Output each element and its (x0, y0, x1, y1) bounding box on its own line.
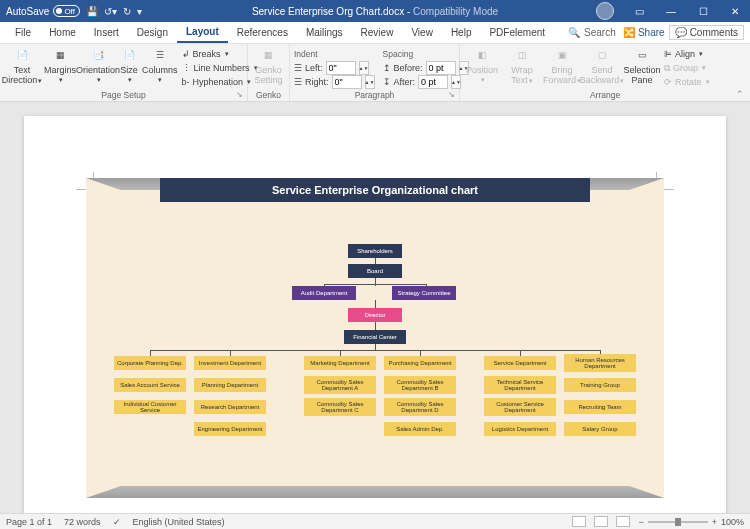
indent-right-field[interactable]: ☰Right:▲▼ (294, 75, 375, 89)
org-node: Commodity Sales Department B (384, 376, 456, 394)
share-button[interactable]: 🔀Share (623, 27, 665, 38)
view-read-icon[interactable] (572, 516, 586, 527)
autosave-label: AutoSave (6, 6, 49, 17)
org-node: Corporate Planning Dep. (114, 356, 186, 370)
autosave-toggle[interactable]: AutoSave Off (6, 5, 80, 17)
ribbon-opts-icon[interactable]: ▭ (624, 0, 654, 22)
qat-more-icon[interactable]: ▾ (137, 6, 142, 17)
tab-view[interactable]: View (402, 22, 442, 43)
selection-pane-button[interactable]: ▭SelectionPane (624, 46, 660, 86)
breaks-icon: ↲ (182, 49, 190, 59)
org-node: Sales Account Service (114, 378, 186, 392)
share-icon: 🔀 (623, 27, 635, 38)
hyphenation-button[interactable]: b-Hyphenation▾ (182, 75, 258, 89)
after-icon: ↧ (383, 77, 391, 87)
user-avatar[interactable] (596, 2, 614, 20)
view-web-icon[interactable] (616, 516, 630, 527)
org-node: Human Resources Department (564, 354, 636, 372)
proofing-icon[interactable]: ✓ (113, 517, 121, 527)
org-node: Marketing Department (304, 356, 376, 370)
hyphen-icon: b- (182, 77, 190, 87)
spacing-after-field[interactable]: ↧After:▲▼ (383, 75, 469, 89)
status-page[interactable]: Page 1 of 1 (6, 517, 52, 527)
comments-icon: 💬 (675, 27, 687, 38)
genko-button: ▦GenkoSetting (252, 46, 285, 86)
status-language[interactable]: English (United States) (133, 517, 225, 527)
minimize-icon[interactable]: — (656, 0, 686, 22)
indent-left-field[interactable]: ☰Left:▲▼ (294, 61, 375, 75)
collapse-ribbon-icon[interactable]: ⌃ (736, 89, 744, 99)
dialog-launcher-paragraph-icon[interactable]: ↘ (448, 90, 455, 100)
org-node: Commodity Sales Department C (304, 398, 376, 416)
group-label-arrange: Arrange (590, 90, 620, 100)
maximize-icon[interactable]: ☐ (688, 0, 718, 22)
view-print-icon[interactable] (594, 516, 608, 527)
tab-review[interactable]: Review (352, 22, 403, 43)
send-backward-button: ▢SendBackward▾ (584, 46, 620, 86)
org-node: Salary Group (564, 422, 636, 436)
org-node: Engineering Department (194, 422, 266, 436)
rotate-button: ⟳Rotate▾ (664, 75, 710, 89)
line-numbers-button[interactable]: ⋮Line Numbers▾ (182, 61, 258, 75)
position-button: ◧Position▾ (464, 46, 500, 84)
org-node: Sales Admin Dep. (384, 422, 456, 436)
search-input[interactable]: 🔍Search (568, 27, 616, 38)
tab-references[interactable]: References (228, 22, 297, 43)
titlebar: AutoSave Off 💾 ↺▾ ↻ ▾ Service Enterprise… (0, 0, 750, 22)
close-icon[interactable]: ✕ (720, 0, 750, 22)
spacing-before-field[interactable]: ↥Before:▲▼ (383, 61, 469, 75)
org-node: Board (348, 264, 402, 278)
indent-header: Indent (294, 47, 375, 61)
dialog-launcher-icon[interactable]: ↘ (236, 90, 243, 100)
tab-insert[interactable]: Insert (85, 22, 128, 43)
tab-design[interactable]: Design (128, 22, 177, 43)
tab-help[interactable]: Help (442, 22, 481, 43)
chart-title: Service Enterprise Organizational chart (160, 178, 590, 202)
comments-button[interactable]: 💬Comments (669, 25, 744, 40)
org-node: Shareholders (348, 244, 402, 258)
org-node: Customer Service Department (484, 398, 556, 416)
tab-pdfelement[interactable]: PDFelement (480, 22, 554, 43)
document-stage: Service Enterprise Organizational chart … (0, 102, 750, 513)
org-node: Logistics Department (484, 422, 556, 436)
document-page[interactable]: Service Enterprise Organizational chart … (24, 116, 726, 513)
text-direction-button[interactable]: 📄TextDirection▾ (4, 46, 40, 86)
status-bar: Page 1 of 1 72 words ✓ English (United S… (0, 513, 750, 529)
group-paragraph: Indent ☰Left:▲▼ ☰Right:▲▼ Spacing ↥Befor… (290, 44, 460, 101)
org-chart: Service Enterprise Organizational chart … (86, 178, 664, 498)
breaks-button[interactable]: ↲Breaks▾ (182, 47, 258, 61)
undo-icon[interactable]: ↺▾ (104, 6, 117, 17)
autosave-state: Off (64, 7, 75, 16)
group-label-paragraph: Paragraph (355, 90, 395, 100)
columns-button[interactable]: ☰Columns▾ (142, 46, 178, 84)
tab-file[interactable]: File (6, 22, 40, 43)
orientation-button[interactable]: 📑Orientation▾ (80, 46, 116, 84)
org-node: Individual Customer Service (114, 400, 186, 414)
size-button[interactable]: 📄Size▾ (120, 46, 138, 84)
org-node: Investment Department (194, 356, 266, 370)
search-icon: 🔍 (568, 27, 580, 38)
org-node: Director (348, 308, 402, 322)
align-button[interactable]: ⊫Align▾ (664, 47, 710, 61)
zoom-slider[interactable] (648, 521, 708, 523)
org-node: Service Department (484, 356, 556, 370)
zoom-in-icon[interactable]: + (712, 517, 717, 527)
org-node: Commodity Sales Department A (304, 376, 376, 394)
tab-home[interactable]: Home (40, 22, 85, 43)
org-node: Commodity Sales Department D (384, 398, 456, 416)
tab-layout[interactable]: Layout (177, 22, 228, 43)
redo-icon[interactable]: ↻ (123, 6, 131, 17)
tab-mailings[interactable]: Mailings (297, 22, 352, 43)
align-icon: ⊫ (664, 49, 672, 59)
indent-right-icon: ☰ (294, 77, 302, 87)
zoom-out-icon[interactable]: − (638, 517, 643, 527)
zoom-value[interactable]: 100% (721, 517, 744, 527)
save-icon[interactable]: 💾 (86, 6, 98, 17)
org-node: Strategy Committee (392, 286, 456, 300)
line-num-icon: ⋮ (182, 63, 191, 73)
status-words[interactable]: 72 words (64, 517, 101, 527)
margins-button[interactable]: ▦Margins▾ (44, 46, 76, 84)
group-genko: ▦GenkoSetting Genko (248, 44, 290, 101)
wrap-text-button: ◫WrapText▾ (504, 46, 540, 86)
group-label-page-setup: Page Setup (101, 90, 145, 100)
